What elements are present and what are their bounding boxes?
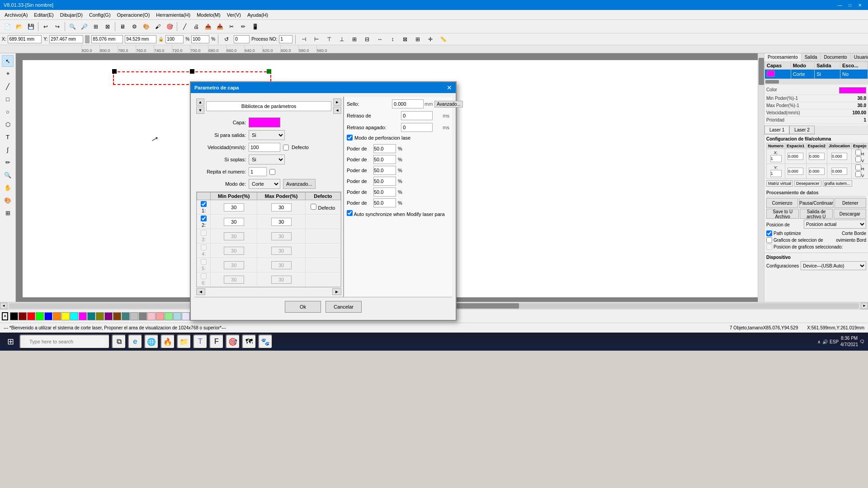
tb-redo[interactable]: ↪	[52, 21, 63, 32]
vscroll[interactable]	[758, 53, 764, 302]
pal-lavender[interactable]	[182, 312, 190, 320]
tb-line[interactable]: ╱	[179, 21, 190, 32]
menu-herramienta[interactable]: Herramienta(H)	[153, 11, 193, 19]
tray-up-arrow[interactable]: ∧	[817, 339, 821, 344]
pal-black[interactable]	[10, 312, 18, 320]
tb-color3[interactable]: 🎯	[164, 21, 175, 32]
tab-procesamiento[interactable]: Procesamiento	[764, 53, 802, 61]
y-input[interactable]: 297.467 mm	[49, 35, 83, 43]
pal-teal2[interactable]	[122, 312, 130, 320]
btn-matrix-virtual[interactable]: Matriz virtual	[766, 180, 793, 187]
tool-node[interactable]: ⌖	[2, 68, 14, 80]
tb-color1[interactable]: 🎨	[141, 21, 151, 32]
btn-comienzo[interactable]: Comienzo	[766, 198, 798, 208]
laser2-tab[interactable]: Laser 2	[789, 126, 814, 134]
tray-notification[interactable]: 🗨	[860, 339, 864, 344]
taskbar-teams[interactable]: T	[193, 334, 208, 349]
taskbar-app6[interactable]: 🐾	[258, 334, 273, 349]
tool-line2[interactable]: ╱	[2, 80, 14, 92]
cfg-y-num[interactable]	[770, 170, 782, 177]
tool-text[interactable]: T	[2, 131, 14, 143]
layer-row-1[interactable]: Corte Si No	[765, 70, 868, 79]
pal-olive[interactable]	[96, 312, 104, 320]
btn-descargar[interactable]: Descargar	[834, 209, 866, 219]
cfg-y-v[interactable]	[855, 171, 861, 177]
w-input[interactable]: 85.076 mm	[91, 35, 123, 43]
tool-zoom2[interactable]: 🔍	[2, 169, 14, 181]
zoom1-input[interactable]: 100	[165, 35, 184, 43]
no-color-swatch[interactable]: ✕	[2, 312, 8, 320]
taskbar-app3[interactable]: F	[209, 334, 224, 349]
tb-align-left[interactable]: ⊣	[298, 34, 309, 45]
hscroll-right[interactable]: ►	[861, 303, 868, 309]
retraso-input[interactable]	[401, 111, 433, 120]
pr2-min[interactable]	[224, 218, 244, 226]
pal-green[interactable]	[36, 312, 44, 320]
tb-snap[interactable]: ✛	[425, 34, 436, 45]
tool-ellipse[interactable]: ○	[2, 106, 14, 117]
btn-grafia-sutem[interactable]: grafia sutem...	[823, 180, 852, 187]
taskbar-app2[interactable]: 📁	[177, 334, 191, 349]
repita-input[interactable]	[249, 167, 267, 176]
zoom2-input[interactable]: 100	[191, 35, 209, 43]
defecto-velocidad-cb[interactable]	[283, 145, 289, 150]
tb-align-top[interactable]: ⊤	[324, 34, 335, 45]
pal-pink[interactable]	[147, 312, 156, 320]
tb-import[interactable]: 📥	[214, 21, 225, 32]
cfg-x-esp2[interactable]	[809, 153, 825, 160]
poder5-input[interactable]	[373, 188, 396, 197]
rp-hscroll-thumb[interactable]	[765, 80, 779, 84]
tab-salida[interactable]: Salida	[802, 53, 821, 61]
hscroll-left[interactable]: ◄	[0, 303, 7, 309]
tb-new[interactable]: 📄	[2, 21, 13, 32]
pal-cyan[interactable]	[70, 312, 78, 320]
cfg-y-esp2[interactable]	[809, 168, 825, 175]
maximize-btn[interactable]: □	[845, 1, 854, 9]
tool-grid2[interactable]: ⊞	[2, 207, 14, 219]
menu-archivo[interactable]: Archivo(A)	[2, 11, 30, 19]
poder2-input[interactable]	[373, 155, 396, 164]
path-optimize-cb[interactable]	[766, 230, 772, 236]
poder4-input[interactable]	[373, 177, 396, 186]
table-scroll-down[interactable]: ►	[332, 288, 341, 295]
cfg-x-h[interactable]	[855, 150, 861, 155]
tool-color4[interactable]: 🎨	[2, 194, 14, 206]
pal-magenta[interactable]	[79, 312, 87, 320]
tool-bezier[interactable]: ∫	[2, 144, 14, 155]
pal-purple[interactable]	[104, 312, 113, 320]
tray-sound[interactable]: 🔊	[822, 339, 828, 344]
h-input[interactable]: 94.529 mm	[125, 35, 156, 43]
soplas-select[interactable]: Si No	[249, 155, 285, 164]
pal-blue[interactable]	[44, 312, 52, 320]
color-swatch[interactable]	[839, 87, 866, 94]
poder6-input[interactable]	[373, 198, 396, 207]
tb-monitor[interactable]: 🖥	[117, 21, 128, 32]
cfg-x-esp1[interactable]	[788, 153, 803, 160]
laser1-tab[interactable]: Laser 1	[764, 126, 789, 134]
close-btn[interactable]: ✕	[855, 1, 864, 9]
tb-align-right[interactable]: ⊢	[311, 34, 322, 45]
taskbar-chrome[interactable]: 🌐	[144, 334, 159, 349]
rp-hscroll[interactable]	[764, 79, 868, 84]
pr1-defecto[interactable]	[311, 204, 316, 210]
tb-settings[interactable]: ⚙	[129, 21, 140, 32]
cfg-x-jis[interactable]	[831, 153, 847, 160]
btn-pausa[interactable]: Pausa/Continuar	[799, 198, 834, 208]
nav-right-btn[interactable]: ►	[333, 99, 341, 106]
tool-select[interactable]: ↖	[2, 55, 14, 67]
rotate-input[interactable]	[234, 35, 250, 43]
modal-close-btn[interactable]: ✕	[447, 84, 452, 91]
avanzado2-btn[interactable]: Avanzado...	[434, 101, 463, 108]
auto-sync-cb[interactable]	[347, 210, 353, 216]
menu-ayuda[interactable]: Ayuda(H)	[245, 11, 271, 19]
table-scroll-up[interactable]: ◄	[196, 288, 205, 295]
tb-align-center-h[interactable]: ⊞	[349, 34, 360, 45]
menu-ver[interactable]: Ver(V)	[224, 11, 244, 19]
nav-down-btn[interactable]: ▼	[196, 107, 204, 114]
tab-documento[interactable]: Documento	[821, 53, 851, 61]
pal-gray[interactable]	[139, 312, 147, 320]
tb-align-bottom[interactable]: ⊥	[336, 34, 347, 45]
modal-cancel-btn[interactable]: Cancelar	[326, 301, 362, 313]
taskbar-search-btn[interactable]	[19, 334, 110, 349]
capa-color-box[interactable]	[249, 117, 280, 127]
